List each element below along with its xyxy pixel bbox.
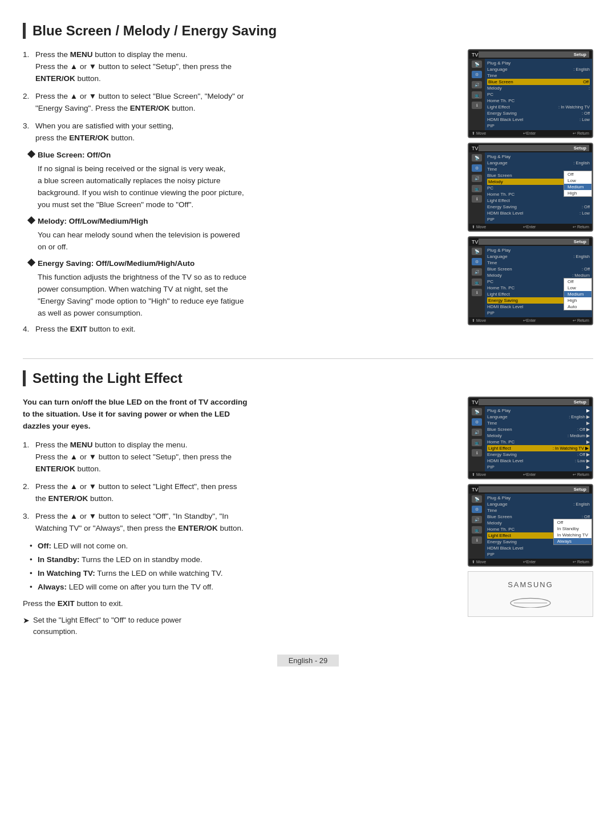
section1-steps: Press the MENU button to display the men… bbox=[23, 49, 456, 144]
menu-pip-1: PIP bbox=[487, 123, 590, 129]
menu-time-4: Time▶ bbox=[487, 420, 590, 426]
icon-channel-3: 📺 bbox=[472, 278, 482, 286]
footer-enter-2: ↵Enter bbox=[523, 225, 536, 229]
melody-title: Melody: Off/Low/Medium/High bbox=[38, 216, 148, 228]
section2-title: Setting the Light Effect bbox=[23, 370, 593, 386]
enterok-bold-3: ENTER/OK bbox=[69, 134, 109, 142]
footer-return-2: ↩ Return bbox=[573, 225, 589, 229]
dropdown-low-e: Low bbox=[564, 285, 591, 291]
icon-settings-5: ⚙ bbox=[472, 506, 482, 513]
icon-channel-2: 📺 bbox=[472, 185, 482, 192]
page-number-container: English - 29 bbox=[23, 655, 593, 667]
section2-text-column: You can turn on/off the blue LED on the … bbox=[23, 397, 456, 637]
menu-light-4: Light Effect: In Watching TV ▶ bbox=[487, 445, 590, 451]
diamond-icon-2 bbox=[27, 216, 35, 224]
footer-return-4: ↩ Return bbox=[573, 472, 589, 477]
menu-time-3: Time bbox=[487, 260, 590, 266]
blue-screen-bullet: Blue Screen: Off/On If no signal is bein… bbox=[29, 150, 456, 211]
step-3: When you are satisfied with your setting… bbox=[23, 120, 456, 144]
icon-info-4: ℹ bbox=[472, 449, 482, 457]
section2-intro: You can turn on/off the blue LED on the … bbox=[23, 397, 456, 433]
menu-hdmi-2: HDMI Black Level: Low bbox=[487, 210, 590, 216]
icon-antenna-3: 📡 bbox=[472, 248, 482, 255]
dropdown-off: Off bbox=[564, 171, 591, 177]
menu-blue-screen-3: Blue Screen: Off bbox=[487, 266, 590, 272]
option-off: Off: LED will not come on. bbox=[30, 540, 456, 552]
energy-saving-title: Energy Saving: Off/Low/Medium/High/Auto bbox=[38, 258, 194, 270]
enterok-bold-2: ENTER/OK bbox=[130, 104, 170, 112]
option-standby: In Standby: Turns the LED on in standby … bbox=[30, 554, 456, 566]
step-1: Press the MENU button to display the men… bbox=[23, 49, 456, 85]
tv-screen-5: TV Setup 📡 ⚙ 🔊 📺 ℹ Plug & Play Language:… bbox=[468, 484, 593, 567]
menu-plug-play-3: Plug & Play bbox=[487, 247, 590, 253]
menu-blue-screen-1: Blue ScreenOff bbox=[487, 79, 590, 85]
s2-note: ➤ Set the "Light Effect" to "Off" to red… bbox=[23, 615, 456, 637]
icon-info: ℹ bbox=[472, 102, 482, 109]
setup-label-4: Setup bbox=[479, 399, 589, 405]
menu-energy-4: Energy Saving: Off ▶ bbox=[487, 451, 590, 458]
diamond-icon-1 bbox=[27, 150, 35, 158]
setup-label-2: Setup bbox=[479, 145, 589, 151]
menu-energy-1: Energy Saving: Off bbox=[487, 110, 590, 116]
tv-screen-3: TV Setup 📡 ⚙ 🔊 📺 ℹ Plug & Play Language:… bbox=[468, 236, 593, 325]
section1-title: Blue Screen / Melody / Energy Saving bbox=[23, 23, 593, 39]
menu-language-2: Language: English bbox=[487, 160, 590, 166]
energy-dropdown: Off Low Medium High Auto bbox=[564, 278, 592, 310]
melody-dropdown: Off Low Medium High bbox=[564, 171, 592, 197]
icon-channel-5: 📺 bbox=[472, 526, 482, 534]
menu-language-1: Language: English bbox=[487, 66, 590, 72]
samsung-logo-box: SAMSUNG bbox=[468, 571, 593, 617]
dropdown-low: Low bbox=[564, 177, 591, 184]
step-2: Press the ▲ or ▼ button to select "Blue … bbox=[23, 91, 456, 115]
samsung-logo-arc bbox=[505, 593, 556, 608]
light-dropdown: Off In Standby In Watching TV Always bbox=[553, 519, 592, 545]
menu-hdmi-4: HDMI Black Level: Low ▶ bbox=[487, 458, 590, 464]
footer-move-3: ⬆ Move bbox=[472, 318, 486, 323]
menu-plug-play-5: Plug & Play bbox=[487, 495, 590, 501]
icon-antenna-4: 📡 bbox=[472, 408, 482, 415]
icon-info-2: ℹ bbox=[472, 195, 482, 203]
menu-htheatre-4: Home Th. PC▶ bbox=[487, 439, 590, 445]
section1-step4-list: Press the EXIT button to exit. bbox=[23, 324, 456, 336]
menu-hdmi-1: HDMI Black Level: Low bbox=[487, 116, 590, 123]
section-divider bbox=[23, 358, 593, 359]
tv-label-4: TV bbox=[472, 399, 479, 405]
icon-settings-3: ⚙ bbox=[472, 258, 482, 265]
footer-move-2: ⬆ Move bbox=[472, 225, 486, 229]
dropdown-off-e: Off bbox=[564, 278, 591, 285]
icon-channel: 📺 bbox=[472, 91, 482, 99]
dropdown-off-l: Off bbox=[554, 519, 591, 526]
menu-hdmi-5: HDMI Black Level bbox=[487, 545, 590, 551]
light-effect-options: Off: LED will not come on. In Standby: T… bbox=[30, 540, 456, 593]
icon-sound: 🔊 bbox=[472, 81, 482, 88]
tv-screen-1: TV Setup 📡 ⚙ 🔊 📺 ℹ Plug & Play Language:… bbox=[468, 49, 593, 138]
menu-htheatre-1: Home Th. PC bbox=[487, 98, 590, 104]
tv-label-3: TV bbox=[472, 239, 479, 245]
icon-settings-4: ⚙ bbox=[472, 418, 482, 426]
step-4: Press the EXIT button to exit. bbox=[23, 324, 456, 336]
menu-melody-1: Melody: bbox=[487, 85, 590, 91]
icon-antenna-5: 📡 bbox=[472, 495, 482, 503]
melody-desc: You can hear melody sound when the telev… bbox=[29, 229, 456, 253]
menu-blue-screen-4: Blue Screen: Off ▶ bbox=[487, 426, 590, 433]
s2-step-1: Press the MENU button to display the men… bbox=[23, 439, 456, 475]
menu-time-5: Time bbox=[487, 507, 590, 514]
icon-sound-3: 🔊 bbox=[472, 268, 482, 276]
option-always: Always: LED will come on after you turn … bbox=[30, 581, 456, 593]
menu-pip-2: PIP bbox=[487, 216, 590, 223]
menu-language-5: Language: English bbox=[487, 501, 590, 507]
section1-screens: TV Setup 📡 ⚙ 🔊 📺 ℹ Plug & Play Language:… bbox=[468, 49, 593, 341]
tv-label-1: TV bbox=[472, 52, 479, 58]
dropdown-high: High bbox=[564, 190, 591, 196]
page-number-box: English - 29 bbox=[277, 655, 339, 667]
footer-move-4: ⬆ Move bbox=[472, 472, 486, 477]
footer-move-5: ⬆ Move bbox=[472, 560, 486, 564]
dropdown-medium: Medium bbox=[564, 184, 591, 190]
dropdown-high-e: High bbox=[564, 297, 591, 304]
icon-sound-5: 🔊 bbox=[472, 516, 482, 523]
menu-pip-3: PIP bbox=[487, 310, 590, 316]
menu-light-1: Light Effect: In Watching TV bbox=[487, 104, 590, 110]
menu-bold: MENU bbox=[70, 50, 93, 59]
menu-light-2: Light Effect bbox=[487, 197, 590, 204]
footer-enter-3: ↵Enter bbox=[523, 318, 536, 323]
